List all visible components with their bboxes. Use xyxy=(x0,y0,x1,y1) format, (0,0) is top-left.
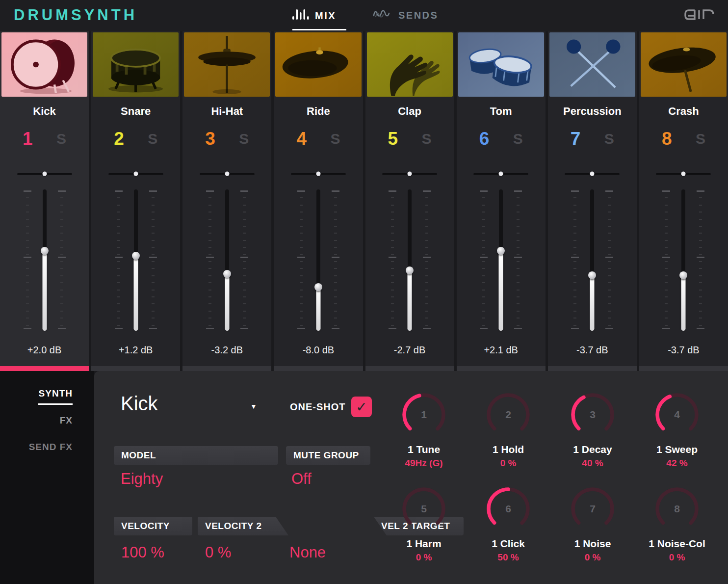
pan-thumb[interactable] xyxy=(590,172,595,176)
knob-noise[interactable]: 7 1 Noise 0 % xyxy=(550,485,635,580)
pan-slider[interactable] xyxy=(565,169,620,179)
volume-fader[interactable] xyxy=(548,187,637,339)
fader-thumb[interactable] xyxy=(132,252,140,260)
fader-ticks-left xyxy=(664,190,669,329)
channel-name: Percussion xyxy=(548,105,637,118)
pan-slider[interactable] xyxy=(108,169,163,179)
channel-strip-hihat[interactable]: Hi-Hat 3 S -3.2 dB xyxy=(182,31,271,371)
channel-strip-crash[interactable]: Crash 8 S -3.7 dB xyxy=(639,31,728,371)
fader-thumb[interactable] xyxy=(314,283,322,291)
velocity-field-label: VELOCITY xyxy=(114,517,192,535)
channel-strip-ride[interactable]: Ride 4 S -8.0 dB xyxy=(274,31,363,371)
fader-thumb[interactable] xyxy=(588,271,596,279)
snare-pad[interactable] xyxy=(93,32,179,97)
knob-label: 1 Noise xyxy=(550,538,635,550)
solo-button[interactable]: S xyxy=(56,131,66,147)
sidebar-item-synth[interactable]: SYNTH xyxy=(39,388,73,399)
solo-button[interactable]: S xyxy=(604,131,614,147)
velocity-value[interactable]: 100 % xyxy=(121,544,164,561)
solo-button[interactable]: S xyxy=(513,131,523,147)
knob-harm[interactable]: 5 1 Harm 0 % xyxy=(382,485,466,580)
fader-thumb[interactable] xyxy=(679,271,687,279)
channel-strip-snare[interactable]: Snare 2 S +1.2 dB xyxy=(91,31,180,371)
percussion-pad[interactable] xyxy=(549,32,635,97)
knob-decay[interactable]: 3 1 Decay 40 % xyxy=(550,391,635,485)
solo-button[interactable]: S xyxy=(422,131,432,147)
fader-thumb[interactable] xyxy=(497,247,505,255)
pan-slider[interactable] xyxy=(656,169,711,179)
solo-button[interactable]: S xyxy=(239,131,249,147)
knob-noise-col[interactable]: 8 1 Noise-Col 0 % xyxy=(635,485,719,580)
clap-pad[interactable] xyxy=(367,32,453,97)
pan-thumb[interactable] xyxy=(133,172,138,176)
strip-select-bar xyxy=(0,366,89,371)
solo-button[interactable]: S xyxy=(148,131,157,147)
hihat-image xyxy=(184,32,270,97)
pan-slider[interactable] xyxy=(291,169,346,179)
channel-strip-percussion[interactable]: Percussion 7 S -3.7 dB xyxy=(548,31,637,371)
solo-button[interactable]: S xyxy=(696,131,705,147)
pan-thumb[interactable] xyxy=(681,172,686,176)
tom-pad[interactable] xyxy=(458,32,544,97)
fader-thumb[interactable] xyxy=(406,266,414,274)
active-tab-underline xyxy=(292,29,346,30)
knob-hold[interactable]: 2 1 Hold 0 % xyxy=(466,391,550,485)
model-value[interactable]: Eighty xyxy=(121,470,163,488)
pan-thumb[interactable] xyxy=(499,172,503,176)
knob-value: 0 % xyxy=(382,552,466,563)
fader-thumb[interactable] xyxy=(41,247,49,255)
channel-name: Ride xyxy=(274,105,363,118)
volume-fader[interactable] xyxy=(639,187,728,339)
ride-cymbal-image xyxy=(275,32,361,97)
crash-pad[interactable] xyxy=(641,32,727,97)
knob-number: 1 xyxy=(382,409,466,421)
fader-thumb[interactable] xyxy=(223,270,231,278)
hihat-pad[interactable] xyxy=(184,32,270,97)
kick-pad[interactable] xyxy=(1,32,87,97)
pan-thumb[interactable] xyxy=(316,172,320,176)
tab-sends[interactable]: SENDS xyxy=(373,8,438,23)
fader-fill xyxy=(590,275,595,331)
knob-click[interactable]: 6 1 Click 50 % xyxy=(466,485,550,580)
sidebar-item-fx[interactable]: FX xyxy=(60,415,73,426)
instrument-selector[interactable]: Kick xyxy=(121,393,158,415)
fader-fill xyxy=(225,274,229,331)
volume-fader[interactable] xyxy=(457,187,546,339)
knob-sweep[interactable]: 4 1 Sweep 42 % xyxy=(635,391,719,485)
pan-thumb[interactable] xyxy=(225,172,229,176)
pan-slider[interactable] xyxy=(473,169,528,179)
channel-name: Crash xyxy=(639,105,728,118)
fader-fill xyxy=(42,251,47,331)
strip-select-bar xyxy=(548,366,637,371)
channel-strip-kick[interactable]: Kick 1 S +2.0 dB xyxy=(0,31,89,371)
sends-wave-icon xyxy=(373,8,392,23)
volume-fader[interactable] xyxy=(0,187,89,339)
pan-slider[interactable] xyxy=(17,169,72,179)
fader-db-value: -2.7 dB xyxy=(365,345,454,356)
pan-thumb[interactable] xyxy=(42,172,47,176)
pan-slider[interactable] xyxy=(382,169,437,179)
ride-pad[interactable] xyxy=(275,32,361,97)
volume-fader[interactable] xyxy=(274,187,363,339)
channel-strip-clap[interactable]: Clap 5 S -2.7 dB xyxy=(365,31,454,371)
model-field-label: MODEL xyxy=(114,446,278,465)
chevron-down-icon[interactable]: ▼ xyxy=(250,402,257,410)
volume-fader[interactable] xyxy=(91,187,180,339)
pan-slider[interactable] xyxy=(200,169,255,179)
pan-thumb[interactable] xyxy=(408,172,412,176)
mute-group-value[interactable]: Off xyxy=(291,470,312,488)
channel-number: 6 xyxy=(479,129,490,149)
knob-tune[interactable]: 1 1 Tune 49Hz (G) xyxy=(382,391,466,485)
clap-hands-image xyxy=(367,32,453,97)
velocity2-value[interactable]: 0 % xyxy=(205,544,231,561)
fader-ticks-right xyxy=(607,190,612,329)
sidebar-item-send-fx[interactable]: SEND FX xyxy=(29,442,73,452)
volume-fader[interactable] xyxy=(365,187,454,339)
one-shot-checkbox[interactable]: ✓ xyxy=(351,397,372,417)
volume-fader[interactable] xyxy=(182,187,271,339)
solo-button[interactable]: S xyxy=(330,131,340,147)
vel2-target-value[interactable]: None xyxy=(289,544,326,561)
tab-mix[interactable]: MIX xyxy=(292,8,336,24)
channel-strip-tom[interactable]: Tom 6 S +2.1 dB xyxy=(457,31,546,371)
fader-ticks-right xyxy=(242,190,247,329)
